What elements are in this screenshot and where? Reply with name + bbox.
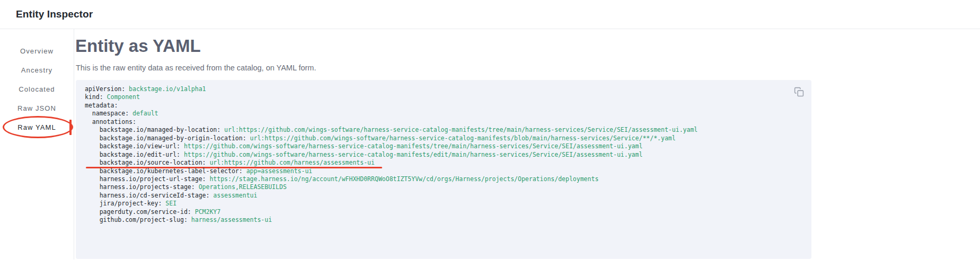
yaml-key: harness.io/cd-serviceId-stage:	[85, 192, 209, 199]
yaml-value: SEI	[162, 200, 176, 207]
yaml-value: harness/assessments-ui	[188, 216, 272, 223]
yaml-code-block: apiVersion: backstage.io/v1alpha1kind: C…	[76, 80, 811, 259]
sidebar-item-label: Ancestry	[21, 66, 52, 74]
yaml-line: backstage.io/source-location: url:https:…	[85, 159, 788, 167]
yaml-line: backstage.io/edit-url: https://github.co…	[85, 151, 788, 159]
yaml-key: kind:	[85, 93, 103, 101]
yaml-key: metadata:	[85, 102, 118, 109]
yaml-key: annotations:	[85, 118, 136, 125]
yaml-key: backstage.io/kubernetes-label-selector:	[85, 167, 243, 175]
sidebar-item-raw-json[interactable]: Raw JSON	[0, 98, 74, 118]
red-underline-annotation-target: backstage.io/source-location: url:https:…	[85, 159, 375, 167]
yaml-value: default	[129, 110, 158, 117]
sidebar-item-raw-yaml[interactable]: Raw YAML	[0, 118, 74, 137]
yaml-key: apiVersion:	[85, 85, 125, 93]
yaml-line: pagerduty.com/service-id: PCM2KY7	[85, 208, 788, 216]
yaml-line: backstage.io/managed-by-origin-location:…	[85, 135, 788, 142]
yaml-key: pagerduty.com/service-id:	[85, 208, 191, 216]
yaml-key: jira/project-key:	[85, 200, 162, 207]
sidebar-item-label: Raw YAML	[17, 123, 56, 131]
main-panel: Entity as YAML This is the raw entity da…	[74, 29, 980, 259]
yaml-value: app=assessments-ui	[243, 167, 313, 175]
section-description: This is the raw entity data as received …	[76, 64, 980, 72]
yaml-key: github.com/project-slug:	[85, 216, 188, 223]
yaml-line: metadata:	[85, 102, 788, 110]
yaml-value: url:https://github.com/harness/assessmen…	[206, 159, 375, 166]
sidebar-item-label: Raw JSON	[17, 104, 56, 112]
yaml-value: https://github.com/wings-software/harnes…	[180, 142, 642, 150]
yaml-line: apiVersion: backstage.io/v1alpha1	[85, 85, 788, 93]
sidebar-item-overview[interactable]: Overview	[0, 41, 74, 60]
yaml-key: backstage.io/source-location:	[85, 159, 206, 166]
yaml-value: https://github.com/wings-software/harnes…	[180, 151, 642, 158]
yaml-line: namespace: default	[85, 110, 788, 118]
yaml-line: backstage.io/view-url: https://github.co…	[85, 142, 788, 150]
yaml-key: backstage.io/managed-by-origin-location:	[85, 135, 246, 142]
yaml-value: Operations,RELEASEBUILDS	[195, 183, 287, 191]
sidebar-item-label: Colocated	[19, 85, 55, 93]
yaml-line: github.com/project-slug: harness/assessm…	[85, 216, 788, 224]
selected-tab-indicator	[69, 120, 72, 135]
yaml-value: assessmentui	[209, 192, 257, 199]
content-area: OverviewAncestryColocatedRaw JSONRaw YAM…	[0, 29, 980, 259]
section-title: Entity as YAML	[75, 36, 980, 56]
yaml-key: backstage.io/managed-by-location:	[85, 126, 220, 133]
yaml-line: jira/project-key: SEI	[85, 200, 788, 208]
sidebar-item-label: Overview	[20, 47, 54, 55]
yaml-line: harness.io/project-url-stage: https://st…	[85, 175, 788, 183]
yaml-value: url:https://github.com/wings-software/ha…	[246, 135, 676, 142]
yaml-line: harness.io/cd-serviceId-stage: assessmen…	[85, 192, 788, 200]
yaml-key: backstage.io/edit-url:	[85, 151, 180, 158]
yaml-line: backstage.io/kubernetes-label-selector: …	[85, 167, 788, 175]
sidebar-item-colocated[interactable]: Colocated	[0, 79, 74, 98]
yaml-value: url:https://github.com/wings-software/ha…	[220, 126, 698, 133]
yaml-value: backstage.io/v1alpha1	[125, 85, 206, 93]
yaml-key: harness.io/projects-stage:	[85, 183, 195, 191]
yaml-key: namespace:	[85, 110, 129, 117]
yaml-content: apiVersion: backstage.io/v1alpha1kind: C…	[85, 85, 788, 225]
yaml-line: harness.io/projects-stage: Operations,RE…	[85, 183, 788, 191]
sidebar: OverviewAncestryColocatedRaw JSONRaw YAM…	[0, 29, 74, 259]
yaml-line: annotations:	[85, 118, 788, 126]
copy-icon[interactable]	[793, 86, 805, 97]
window-header: Entity Inspector	[0, 0, 980, 29]
yaml-value: PCM2KY7	[191, 208, 220, 216]
yaml-key: harness.io/project-url-stage:	[85, 175, 206, 183]
yaml-key: backstage.io/view-url:	[85, 142, 180, 150]
yaml-value: https://stage.harness.io/ng/account/wFHX…	[206, 175, 598, 183]
yaml-value: Component	[103, 93, 140, 101]
page-title: Entity Inspector	[16, 8, 93, 20]
sidebar-item-ancestry[interactable]: Ancestry	[0, 60, 74, 79]
yaml-line: backstage.io/managed-by-location: url:ht…	[85, 126, 788, 134]
yaml-line: kind: Component	[85, 93, 788, 101]
